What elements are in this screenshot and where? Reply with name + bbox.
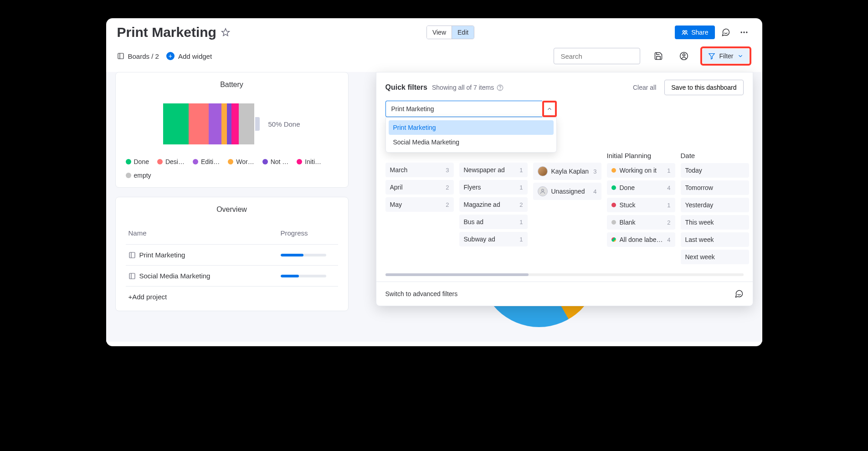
- filter-chip[interactable]: Magazine ad2: [459, 197, 528, 212]
- page-title: Print Marketing: [117, 25, 216, 40]
- avatar: [538, 166, 548, 176]
- legend-label: empty: [134, 172, 151, 179]
- save-to-dashboard-button[interactable]: Save to this dashboard: [664, 80, 743, 95]
- status-dot-icon: [611, 237, 616, 242]
- svg-point-4: [743, 31, 745, 33]
- legend-item: Editi…: [193, 158, 220, 165]
- overview-row[interactable]: Print Marketing: [126, 244, 338, 265]
- filter-chip-label: Done: [620, 184, 664, 191]
- feedback-icon[interactable]: [719, 25, 733, 40]
- filter-chip[interactable]: Tomorrow: [681, 180, 749, 195]
- filter-chip[interactable]: Yesterday: [681, 198, 749, 212]
- overview-header: Name Progress: [126, 225, 338, 244]
- legend-item: Done: [126, 158, 149, 165]
- add-project-button[interactable]: +Add project: [126, 286, 338, 302]
- filter-chip[interactable]: Newspaper ad1: [459, 163, 528, 177]
- filter-chip-label: Newspaper ad: [464, 166, 516, 174]
- board-select-input[interactable]: [385, 101, 542, 117]
- filter-chip-count: 1: [519, 167, 523, 174]
- boards-indicator[interactable]: Boards / 2: [117, 52, 159, 60]
- filter-chip[interactable]: April2: [385, 180, 454, 195]
- quick-filters-footer: Switch to advanced filters: [376, 282, 753, 306]
- quick-filters-scrollbar[interactable]: [385, 273, 744, 276]
- board-select-dropdown[interactable]: Print MarketingSocial Media Marketing: [385, 101, 557, 117]
- help-icon[interactable]: [497, 84, 503, 91]
- share-button[interactable]: Share: [675, 26, 714, 39]
- board-icon: [128, 272, 136, 280]
- filter-icon: [708, 52, 715, 60]
- legend-label: Wor…: [236, 158, 254, 165]
- search-box[interactable]: [554, 48, 640, 64]
- legend-label: Editi…: [201, 158, 220, 165]
- quick-filters-panel: Quick filters Showing all of 7 items Cle…: [376, 72, 753, 306]
- filter-column-title: Initial Planning: [607, 152, 675, 163]
- legend-dot: [157, 159, 163, 164]
- person-icon[interactable]: [677, 49, 691, 63]
- add-widget-label: Add widget: [178, 52, 212, 60]
- advanced-filters-link[interactable]: Switch to advanced filters: [385, 290, 734, 297]
- filter-chip[interactable]: Subway ad1: [459, 232, 528, 246]
- save-icon[interactable]: [651, 49, 666, 63]
- board-select-option[interactable]: Social Media Marketing: [389, 135, 554, 149]
- filter-chip[interactable]: Done4: [607, 180, 675, 195]
- filter-chip-count: 4: [667, 236, 670, 243]
- filter-chip[interactable]: Flyers1: [459, 180, 528, 195]
- filter-chip[interactable]: Next week: [681, 250, 749, 264]
- filter-chip-label: Stuck: [620, 201, 664, 209]
- search-input[interactable]: [560, 52, 648, 61]
- filter-column: Kayla Kaplan3Unassigned4: [533, 152, 601, 267]
- legend-item: empty: [126, 172, 151, 179]
- svg-rect-13: [129, 252, 135, 258]
- filter-column: March3April2May2: [385, 152, 454, 267]
- battery-segment: [239, 103, 254, 144]
- filter-chip[interactable]: Unassigned4: [533, 183, 601, 200]
- overview-row[interactable]: Social Media Marketing: [126, 265, 338, 286]
- app-window: Print Marketing View Edit Share Boards /…: [106, 18, 762, 346]
- battery-segment: [189, 103, 209, 144]
- overview-title: Overview: [126, 205, 338, 214]
- legend-item: Initi…: [297, 158, 321, 165]
- filter-chip-count: 1: [667, 202, 670, 209]
- filter-button[interactable]: Filter: [703, 49, 749, 63]
- filter-chip[interactable]: Blank2: [607, 215, 675, 230]
- clear-all-button[interactable]: Clear all: [633, 84, 656, 91]
- filter-chip[interactable]: This week: [681, 215, 749, 230]
- battery-chart: [163, 103, 254, 144]
- legend-item: Wor…: [228, 158, 254, 165]
- progress-bar: [281, 254, 326, 256]
- filter-chip-count: 1: [667, 167, 670, 174]
- filter-chip-count: 3: [593, 168, 596, 175]
- filter-chip-label: All done labe…: [620, 236, 664, 243]
- filter-chip[interactable]: May2: [385, 197, 454, 212]
- filter-chip[interactable]: Kayla Kaplan3: [533, 163, 601, 180]
- status-dot-icon: [611, 220, 616, 225]
- feedback-icon[interactable]: [734, 289, 744, 298]
- filter-chip[interactable]: All done labe…4: [607, 232, 675, 247]
- battery-segment: [221, 103, 227, 144]
- overview-col-progress: Progress: [281, 229, 335, 237]
- svg-rect-15: [129, 273, 135, 279]
- more-menu-icon[interactable]: [737, 25, 751, 40]
- chevron-up-icon[interactable]: [546, 106, 553, 112]
- legend-dot: [262, 159, 268, 164]
- share-button-label: Share: [691, 29, 708, 36]
- filter-chip[interactable]: Last week: [681, 232, 749, 247]
- filter-chip-label: This week: [685, 219, 745, 226]
- view-button[interactable]: View: [427, 26, 452, 39]
- overview-widget: Overview Name Progress Print MarketingSo…: [115, 197, 349, 311]
- filter-chip[interactable]: Stuck1: [607, 198, 675, 212]
- filter-chip[interactable]: Bus ad1: [459, 215, 528, 229]
- filter-chip[interactable]: Today: [681, 163, 749, 178]
- add-widget-button[interactable]: + Add widget: [166, 52, 212, 60]
- quick-filters-subtitle: Showing all of 7 items: [432, 84, 503, 91]
- edit-button[interactable]: Edit: [452, 26, 474, 39]
- filter-chip-label: Unassigned: [551, 188, 590, 195]
- legend-label: Initi…: [305, 158, 321, 165]
- filter-chip[interactable]: March3: [385, 163, 454, 177]
- favorite-star-icon[interactable]: [221, 28, 230, 37]
- battery-segment: [231, 103, 239, 144]
- filter-chip-count: 1: [519, 219, 523, 226]
- filter-chip-count: 2: [446, 184, 449, 191]
- board-select-option[interactable]: Print Marketing: [389, 120, 554, 135]
- filter-chip[interactable]: Working on it1: [607, 163, 675, 178]
